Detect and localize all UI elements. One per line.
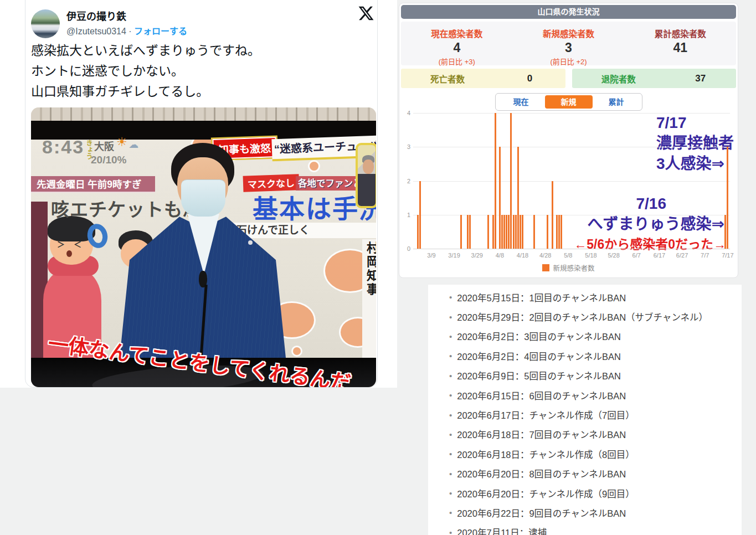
- no-mask-badge: マスクなし: [243, 174, 300, 192]
- avatar[interactable]: [31, 9, 60, 38]
- bullet-icon: •: [449, 410, 452, 420]
- bullet-icon: •: [449, 469, 452, 479]
- wall-backdrop: [31, 107, 376, 121]
- x-axis-tick: 4/28: [539, 252, 551, 259]
- bar-4/15: [515, 215, 517, 249]
- discharged-label: 退院者数: [572, 73, 665, 85]
- page: 伊豆の撮り鉄 @Izutetsu0314 · フォローする 感染拡大といえばへず…: [0, 0, 756, 535]
- stat-label: 新規感染者数: [513, 27, 625, 39]
- bar-4/14: [513, 215, 515, 249]
- bar-4/6: [495, 113, 496, 249]
- bullet-icon: •: [449, 430, 452, 439]
- stat-cumulative: 累計感染者数 41: [624, 22, 736, 65]
- tweet-author-name[interactable]: 伊豆の撮り鉄: [66, 8, 126, 23]
- tweet-media-tv-photo[interactable]: ＞ ＜ 咳エチケットも忘 基本は手洗 流水と石けんで正しく 8:43 きょう 大…: [31, 107, 376, 387]
- tab-現在[interactable]: 現在: [497, 95, 545, 109]
- x-axis-tick: 6/7: [632, 252, 641, 259]
- governor-name: 村岡知事: [362, 241, 376, 297]
- cloud-icon: ☁: [128, 138, 138, 151]
- deaths-value: 0: [494, 73, 565, 84]
- y-axis-tick: 3: [399, 143, 410, 150]
- lapel-pin: [248, 240, 253, 245]
- annotation-blue-717: 7/17 濃厚接触者 3人感染⇒: [656, 112, 734, 174]
- deaths-label: 死亡者数: [401, 73, 494, 85]
- y-axis-tick: 2: [399, 178, 410, 184]
- stat-sub: (前日比 +3): [401, 56, 513, 66]
- bar-4/5: [492, 215, 494, 249]
- tweet-text: 感染拡大といえばへずまりゅうですね。 ホントに迷惑でしかない。 山口県知事ガチギ…: [31, 40, 373, 102]
- stat-label: 累計感染者数: [624, 27, 736, 39]
- tab-新規[interactable]: 新規: [545, 95, 593, 109]
- stat-label: 現在感染者数: [401, 27, 513, 39]
- smoke-blob: [308, 160, 320, 172]
- y-axis-tick: 4: [399, 110, 410, 116]
- timeline-text: 2020年6月17日：チャンネル作成（7回目）: [457, 408, 634, 421]
- bullet-icon: •: [449, 312, 452, 322]
- bar-7/16: [724, 215, 726, 249]
- bar-4/3: [487, 215, 489, 249]
- cartoon-eye: ＜: [74, 238, 81, 249]
- timeline-item: •2020年6月18日：7回目のチャンネルBAN: [428, 425, 742, 444]
- y-axis-tick: 0: [399, 245, 410, 252]
- timeline-item: •2020年6月18日：チャンネル作成（8回目）: [428, 444, 742, 464]
- surgical-mask: [181, 179, 225, 217]
- x-axis-tick: 4/8: [496, 252, 504, 259]
- x-axis-tick: 7/7: [701, 252, 709, 259]
- anchor-suit: [358, 174, 376, 207]
- bar-5/5: [560, 215, 562, 249]
- bullet-icon: •: [449, 351, 452, 361]
- bullet-icon: •: [449, 528, 452, 535]
- bar-4/11: [506, 215, 507, 249]
- timeline-text: 2020年5月15日：1回目のチャンネルBAN: [457, 291, 626, 304]
- governor-name-vertical-strip: 村岡知事: [362, 239, 376, 358]
- bar-4/29: [547, 215, 548, 249]
- tweet-line-1: 感染拡大といえばへずまりゅうですね。: [31, 40, 373, 61]
- chart-legend: 新規感染者数: [399, 263, 738, 273]
- timeline-text: 2020年6月22日：9回目のチャンネルBAN: [457, 506, 626, 519]
- bar-3/25: [467, 215, 469, 249]
- timeline-text: 2020年6月2日：4回目のチャンネルBAN: [457, 349, 621, 363]
- x-axis-tick: 7/17: [722, 252, 733, 259]
- x-axis-tick: 5/18: [585, 252, 596, 259]
- timeline-text: 2020年6月18日：7回目のチャンネルBAN: [457, 428, 626, 441]
- bar-3/3: [417, 215, 419, 249]
- bar-4/16: [517, 147, 519, 249]
- bar-3/22: [460, 215, 462, 249]
- legend-swatch: [542, 264, 549, 271]
- timeline-item: •2020年5月29日：2回目のチャンネルBAN（サブチャンネル）: [428, 307, 742, 326]
- timeline-text: 2020年6月15日：6回目のチャンネルBAN: [457, 389, 626, 402]
- timeline-item: •2020年6月20日：8回目のチャンネルBAN: [428, 464, 742, 483]
- anchor-face: [363, 160, 374, 174]
- discharged-box: 退院者数 37: [572, 69, 736, 88]
- tab-累計[interactable]: 累計: [593, 95, 640, 109]
- bar-4/12: [508, 215, 510, 249]
- timeline-item: •2020年6月15日：6回目のチャンネルBAN: [428, 385, 742, 405]
- timeline-text: 2020年6月20日：チャンネル作成（9回目）: [457, 487, 634, 500]
- annotation-line: 濃厚接触者: [656, 133, 734, 153]
- stat-value: 41: [624, 40, 736, 55]
- y-axis-tick: 1: [399, 212, 410, 218]
- x-axis-tick: 4/18: [517, 252, 528, 259]
- bullet-icon: •: [449, 449, 452, 459]
- chart-tab-bar: 現在新規累計: [495, 93, 642, 111]
- legend-label: 新規感染者数: [553, 263, 594, 273]
- gridline-y3: [413, 147, 730, 147]
- timeline-text: 2020年6月9日：5回目のチャンネルBAN: [457, 369, 621, 382]
- bullet-icon: •: [449, 292, 452, 302]
- timeline-item: •2020年6月22日：9回目のチャンネルBAN: [428, 503, 742, 522]
- gridline-y2: [413, 181, 730, 182]
- annotation-line: 7/16: [588, 193, 724, 214]
- dashboard-card: 山口県の発生状況 現在感染者数 4 (前日比 +3) 新規感染者数 3 (前日比…: [399, 3, 738, 278]
- timeline-item: •2020年5月15日：1回目のチャンネルBAN: [428, 287, 742, 307]
- sun-icon: ☀: [116, 135, 127, 150]
- timeline-text: 2020年6月20日：8回目のチャンネルBAN: [457, 467, 626, 480]
- x-axis-tick: 5/8: [564, 252, 572, 259]
- stat-sub: (前日比 +2): [513, 56, 625, 66]
- timeline-text: 2020年7月11日：逮捕: [457, 526, 547, 535]
- dashboard-title: 山口県の発生状況: [401, 5, 736, 19]
- bar-5/1: [552, 181, 553, 249]
- x-logo-icon[interactable]: [358, 5, 374, 22]
- gridline-y0: [413, 249, 730, 249]
- timeline-item: •2020年6月20日：チャンネル作成（9回目）: [428, 483, 742, 503]
- follow-button[interactable]: フォローする: [134, 27, 187, 36]
